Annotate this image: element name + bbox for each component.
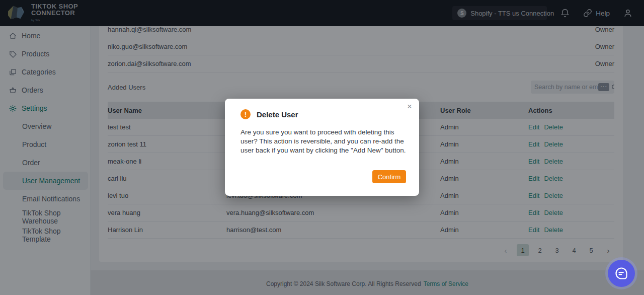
modal-body-text: Are you sure you want to proceed with de… <box>240 128 407 155</box>
chat-widget-button[interactable] <box>608 260 635 287</box>
close-icon[interactable]: × <box>407 102 412 112</box>
confirm-button[interactable]: Confirm <box>372 170 406 183</box>
warning-icon: ! <box>240 109 251 119</box>
modal-title: Delete User <box>257 110 298 119</box>
chat-bubble-icon <box>614 266 628 280</box>
delete-user-modal: × ! Delete User Are you sure you want to… <box>225 99 419 196</box>
